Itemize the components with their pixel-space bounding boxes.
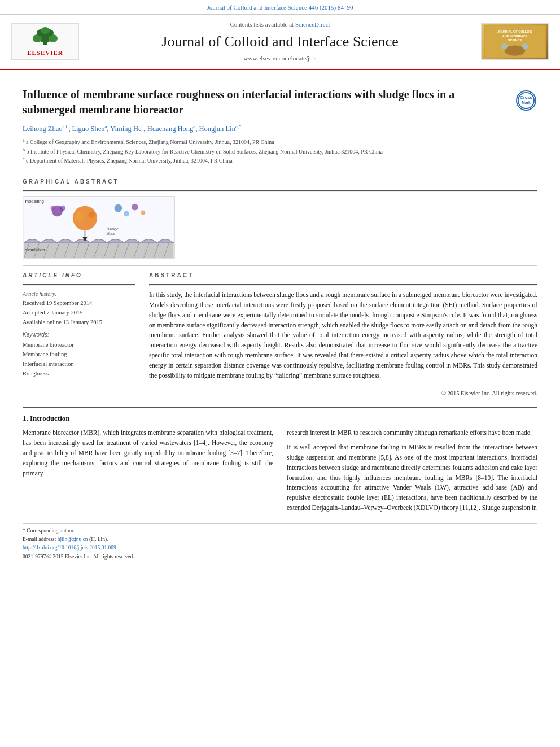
graphical-abstract-header: GRAPHICAL ABSTRACT [23, 178, 537, 186]
elsevier-logo-area: ELSEVIER [11, 23, 85, 60]
footer-notes: * Corresponding author. E-mail address: … [23, 523, 537, 561]
author-zhao-affil: a,b [62, 124, 68, 129]
author-shen: Liguo Shen [72, 125, 104, 133]
graphical-abstract-svg: modelling simulation sludge flocs [23, 197, 174, 258]
section-number: 1. [23, 414, 28, 422]
journal-title-banner: Journal of Colloid and Interface Science [85, 32, 475, 52]
svg-text:SCIENCE: SCIENCE [508, 39, 522, 42]
keyword-2: Membrane fouling [23, 350, 135, 360]
divider-ga [23, 190, 537, 192]
author-lin: Hongjun Lin [199, 125, 235, 133]
abstract-header: ABSTRACT [149, 272, 537, 279]
svg-point-38 [88, 212, 95, 219]
journal-url: www.elsevier.com/locate/jcis [85, 54, 475, 63]
email-line: E-mail address: hjlin@zjnu.cn (H. Lin). [23, 536, 537, 543]
article-info-column: ARTICLE INFO Article history: Received 1… [23, 272, 135, 397]
keywords-section: Keywords: Membrane bioreactor Membrane f… [23, 331, 135, 378]
journal-banner-right: JOURNAL OF COLLOID AND INTERFACE SCIENCE [475, 23, 549, 60]
svg-point-12 [505, 46, 526, 56]
journal-cover-image: JOURNAL OF COLLOID AND INTERFACE SCIENCE [481, 23, 549, 60]
svg-text:AND INTERFACE: AND INTERFACE [502, 34, 528, 38]
journal-banner-center: Contents lists available at ScienceDirec… [85, 20, 475, 63]
affil-b: b b Institute of Physical Chemistry, Zhe… [23, 147, 537, 156]
email-link[interactable]: hjlin@zjnu.cn [58, 536, 88, 542]
keyword-4: Roughness [23, 369, 135, 379]
svg-text:flocs: flocs [107, 231, 116, 235]
copyright-notice: © 2015 Elsevier Inc. All rights reserved… [149, 386, 537, 398]
received-date: Received 19 September 2014 [23, 299, 135, 308]
intro-col-right: research interest in MBR to research com… [287, 428, 537, 518]
article-dates: Article history: Received 19 September 2… [23, 290, 135, 326]
contents-text: Contents lists available at [230, 21, 294, 28]
available-date: Available online 13 January 2015 [23, 318, 135, 327]
divider-abstract [149, 284, 537, 286]
svg-text:Cross: Cross [520, 95, 532, 100]
crossmark-icon: Cross Mark [516, 90, 536, 111]
author-hong-affil: a [193, 124, 195, 129]
intro-two-col: Membrane bioreactor (MBR), which integra… [23, 428, 537, 518]
email-label: E-mail address: [23, 536, 56, 542]
divider-1 [23, 172, 537, 172]
main-content: Influence of membrane surface roughness … [0, 70, 560, 571]
author-he-affil: c [141, 124, 143, 129]
keyword-3: Interfacial interaction [23, 360, 135, 369]
elsevier-text: ELSEVIER [27, 49, 63, 57]
paper-header-area: Influence of membrane surface roughness … [23, 87, 537, 165]
sciencedirect-anchor[interactable]: ScienceDirect [295, 21, 330, 28]
corresponding-note: * Corresponding author. [23, 527, 537, 535]
section-1-title: 1. Introduction [23, 413, 537, 423]
svg-point-43 [124, 211, 129, 217]
abstract-column: ABSTRACT In this study, the interfacial … [149, 272, 537, 397]
svg-point-6 [41, 27, 50, 34]
svg-text:sludge: sludge [107, 227, 119, 231]
author-shen-affil: a [104, 124, 107, 129]
elsevier-tree-icon [28, 26, 62, 47]
journal-cover-svg: JOURNAL OF COLLOID AND INTERFACE SCIENCE [484, 23, 546, 60]
introduction-section: 1. Introduction Membrane bioreactor (MBR… [23, 407, 537, 518]
doi-line: http://dx.doi.org/10.1016/j.jcis.2015.01… [23, 544, 537, 552]
author-hong: Huachang Hong [147, 125, 194, 133]
abstract-text: In this study, the interfacial interacti… [149, 290, 537, 381]
page: Journal of Colloid and Interface Science… [0, 0, 560, 747]
keyword-1: Membrane bioreactor [23, 340, 135, 350]
divider-article-info [23, 284, 135, 286]
svg-point-40 [51, 206, 55, 211]
keywords-list: Membrane bioreactor Membrane fouling Int… [23, 340, 135, 378]
divider-2 [23, 265, 537, 266]
affil-a: a a College of Geography and Environment… [23, 137, 537, 146]
authors-line: Leihong Zhaoa,b, Liguo Shena, Yiming Hec… [23, 123, 537, 134]
section-title: Introduction [30, 414, 70, 422]
svg-point-37 [75, 212, 84, 221]
article-info-abstract-area: ARTICLE INFO Article history: Received 1… [23, 272, 537, 397]
keywords-label: Keywords: [23, 331, 135, 339]
author-lin-affil: a,* [235, 124, 242, 129]
doi-link[interactable]: http://dx.doi.org/10.1016/j.jcis.2015.01… [23, 545, 116, 551]
intro-col-left: Membrane bioreactor (MBR), which integra… [23, 428, 273, 518]
article-info-header: ARTICLE INFO [23, 272, 135, 279]
svg-point-41 [60, 206, 65, 211]
intro-para-3: It is well accepted that membrane foulin… [287, 443, 537, 513]
intro-para-1: Membrane bioreactor (MBR), which integra… [23, 428, 273, 478]
author-zhao: Leihong Zhao [23, 125, 62, 133]
article-info-label: ARTICLE INFO [23, 272, 82, 278]
sciencedirect-link: Contents lists available at ScienceDirec… [85, 20, 475, 29]
svg-point-42 [114, 204, 122, 212]
paper-title: Influence of membrane surface roughness … [23, 87, 504, 117]
journal-banner: ELSEVIER Contents lists available at Sci… [0, 15, 560, 69]
graphical-abstract-image: modelling simulation sludge flocs [23, 196, 175, 259]
author-he: Yiming He [110, 125, 141, 133]
elsevier-logo: ELSEVIER [11, 23, 79, 60]
svg-point-14 [522, 43, 528, 50]
svg-text:simulation: simulation [25, 247, 45, 252]
svg-point-45 [141, 211, 146, 215]
svg-rect-19 [24, 243, 173, 258]
svg-text:Mark: Mark [522, 100, 531, 104]
svg-point-44 [132, 204, 138, 211]
svg-point-13 [501, 43, 508, 50]
svg-text:JOURNAL OF COLLOID: JOURNAL OF COLLOID [497, 30, 532, 34]
journal-reference-text: Journal of Colloid and Interface Science… [207, 4, 353, 11]
accepted-date: Accepted 7 January 2015 [23, 309, 135, 317]
affiliations: a a College of Geography and Environment… [23, 137, 537, 165]
email-person: (H. Lin). [89, 536, 108, 542]
journal-reference-bar: Journal of Colloid and Interface Science… [0, 0, 560, 15]
